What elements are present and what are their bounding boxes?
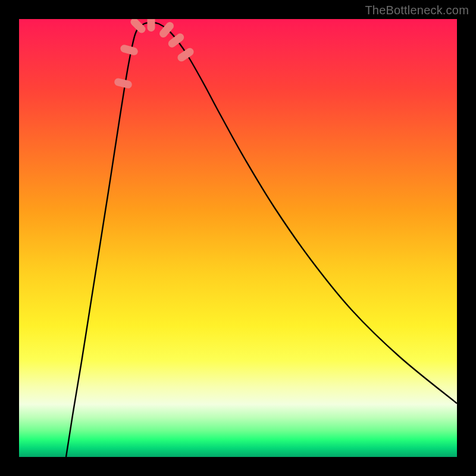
chart-frame: TheBottleneck.com xyxy=(0,0,476,476)
marker-3 xyxy=(129,19,147,35)
watermark-text: TheBottleneck.com xyxy=(365,4,469,17)
bottleneck-curve xyxy=(66,23,457,457)
marker-5 xyxy=(158,20,175,39)
plot-area xyxy=(19,19,457,457)
curve-layer xyxy=(19,19,457,457)
marker-6 xyxy=(167,32,186,49)
marker-7 xyxy=(176,46,195,63)
marker-1 xyxy=(114,77,133,89)
marker-4 xyxy=(148,19,155,32)
marker-2 xyxy=(120,44,139,57)
